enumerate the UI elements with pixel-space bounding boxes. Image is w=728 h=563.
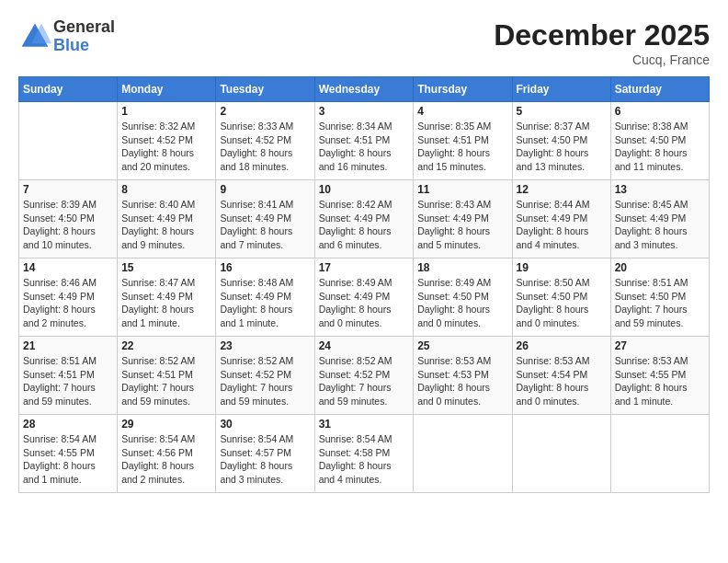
calendar-cell: 12Sunrise: 8:44 AM Sunset: 4:49 PM Dayli… <box>512 180 610 259</box>
day-number: 18 <box>417 261 507 274</box>
logo-blue: Blue <box>53 37 115 55</box>
day-info: Sunrise: 8:45 AM Sunset: 4:49 PM Dayligh… <box>615 198 705 252</box>
day-info: Sunrise: 8:35 AM Sunset: 4:51 PM Dayligh… <box>417 120 507 174</box>
calendar-cell: 11Sunrise: 8:43 AM Sunset: 4:49 PM Dayli… <box>414 180 512 259</box>
day-number: 9 <box>220 183 310 196</box>
day-info: Sunrise: 8:43 AM Sunset: 4:49 PM Dayligh… <box>417 198 507 252</box>
col-wednesday: Wednesday <box>314 77 414 102</box>
calendar: Sunday Monday Tuesday Wednesday Thursday… <box>18 76 710 493</box>
day-number: 7 <box>23 183 113 196</box>
col-saturday: Saturday <box>610 77 709 102</box>
day-number: 28 <box>23 418 113 431</box>
week-row-3: 14Sunrise: 8:46 AM Sunset: 4:49 PM Dayli… <box>19 259 710 337</box>
calendar-cell: 31Sunrise: 8:54 AM Sunset: 4:58 PM Dayli… <box>314 415 414 493</box>
day-number: 1 <box>121 105 211 118</box>
day-number: 14 <box>23 261 113 274</box>
calendar-cell: 23Sunrise: 8:52 AM Sunset: 4:52 PM Dayli… <box>216 337 314 415</box>
calendar-cell: 1Sunrise: 8:32 AM Sunset: 4:52 PM Daylig… <box>118 102 216 180</box>
calendar-cell: 17Sunrise: 8:49 AM Sunset: 4:49 PM Dayli… <box>314 259 414 337</box>
calendar-cell: 9Sunrise: 8:41 AM Sunset: 4:49 PM Daylig… <box>216 180 314 259</box>
day-number: 4 <box>417 105 507 118</box>
calendar-cell <box>414 415 512 493</box>
day-info: Sunrise: 8:37 AM Sunset: 4:50 PM Dayligh… <box>517 120 607 174</box>
calendar-cell <box>19 102 118 180</box>
day-info: Sunrise: 8:48 AM Sunset: 4:49 PM Dayligh… <box>220 276 310 330</box>
day-number: 10 <box>319 183 410 196</box>
col-thursday: Thursday <box>414 77 512 102</box>
logo: General Blue <box>18 18 115 55</box>
day-info: Sunrise: 8:46 AM Sunset: 4:49 PM Dayligh… <box>23 276 113 330</box>
calendar-cell: 4Sunrise: 8:35 AM Sunset: 4:51 PM Daylig… <box>414 102 512 180</box>
calendar-cell: 29Sunrise: 8:54 AM Sunset: 4:56 PM Dayli… <box>118 415 216 493</box>
header: General Blue December 2025 Cucq, France <box>18 18 710 67</box>
calendar-cell: 16Sunrise: 8:48 AM Sunset: 4:49 PM Dayli… <box>216 259 314 337</box>
col-monday: Monday <box>118 77 216 102</box>
calendar-cell: 26Sunrise: 8:53 AM Sunset: 4:54 PM Dayli… <box>512 337 610 415</box>
day-info: Sunrise: 8:52 AM Sunset: 4:51 PM Dayligh… <box>121 354 211 408</box>
day-info: Sunrise: 8:33 AM Sunset: 4:52 PM Dayligh… <box>220 120 310 174</box>
day-number: 12 <box>517 183 607 196</box>
day-number: 17 <box>319 261 410 274</box>
week-row-1: 1Sunrise: 8:32 AM Sunset: 4:52 PM Daylig… <box>19 102 710 180</box>
logo-icon <box>18 20 51 53</box>
day-info: Sunrise: 8:41 AM Sunset: 4:49 PM Dayligh… <box>220 198 310 252</box>
day-info: Sunrise: 8:49 AM Sunset: 4:50 PM Dayligh… <box>417 276 507 330</box>
calendar-cell: 18Sunrise: 8:49 AM Sunset: 4:50 PM Dayli… <box>414 259 512 337</box>
calendar-cell <box>610 415 709 493</box>
day-info: Sunrise: 8:51 AM Sunset: 4:50 PM Dayligh… <box>615 276 705 330</box>
day-number: 6 <box>615 105 705 118</box>
day-number: 2 <box>220 105 310 118</box>
calendar-cell: 13Sunrise: 8:45 AM Sunset: 4:49 PM Dayli… <box>610 180 709 259</box>
day-number: 20 <box>615 261 705 274</box>
calendar-cell: 10Sunrise: 8:42 AM Sunset: 4:49 PM Dayli… <box>314 180 414 259</box>
week-row-4: 21Sunrise: 8:51 AM Sunset: 4:51 PM Dayli… <box>19 337 710 415</box>
calendar-cell: 27Sunrise: 8:53 AM Sunset: 4:55 PM Dayli… <box>610 337 709 415</box>
calendar-cell: 30Sunrise: 8:54 AM Sunset: 4:57 PM Dayli… <box>216 415 314 493</box>
day-number: 22 <box>121 339 211 352</box>
day-info: Sunrise: 8:40 AM Sunset: 4:49 PM Dayligh… <box>121 198 211 252</box>
day-info: Sunrise: 8:54 AM Sunset: 4:56 PM Dayligh… <box>121 432 211 487</box>
day-info: Sunrise: 8:54 AM Sunset: 4:58 PM Dayligh… <box>319 432 410 487</box>
day-info: Sunrise: 8:49 AM Sunset: 4:49 PM Dayligh… <box>319 276 410 330</box>
day-info: Sunrise: 8:53 AM Sunset: 4:53 PM Dayligh… <box>417 354 507 408</box>
calendar-cell: 24Sunrise: 8:52 AM Sunset: 4:52 PM Dayli… <box>314 337 414 415</box>
day-info: Sunrise: 8:39 AM Sunset: 4:50 PM Dayligh… <box>23 198 113 252</box>
day-info: Sunrise: 8:50 AM Sunset: 4:50 PM Dayligh… <box>517 276 607 330</box>
calendar-cell: 7Sunrise: 8:39 AM Sunset: 4:50 PM Daylig… <box>19 180 118 259</box>
day-info: Sunrise: 8:52 AM Sunset: 4:52 PM Dayligh… <box>220 354 310 408</box>
day-info: Sunrise: 8:47 AM Sunset: 4:49 PM Dayligh… <box>121 276 211 330</box>
title-section: December 2025 Cucq, France <box>494 18 710 67</box>
day-info: Sunrise: 8:38 AM Sunset: 4:50 PM Dayligh… <box>615 120 705 174</box>
calendar-cell: 3Sunrise: 8:34 AM Sunset: 4:51 PM Daylig… <box>314 102 414 180</box>
day-number: 29 <box>121 418 211 431</box>
day-number: 3 <box>319 105 410 118</box>
calendar-cell <box>512 415 610 493</box>
day-info: Sunrise: 8:52 AM Sunset: 4:52 PM Dayligh… <box>319 354 410 408</box>
calendar-cell: 28Sunrise: 8:54 AM Sunset: 4:55 PM Dayli… <box>19 415 118 493</box>
day-number: 15 <box>121 261 211 274</box>
calendar-cell: 8Sunrise: 8:40 AM Sunset: 4:49 PM Daylig… <box>118 180 216 259</box>
calendar-cell: 2Sunrise: 8:33 AM Sunset: 4:52 PM Daylig… <box>216 102 314 180</box>
day-number: 31 <box>319 418 410 431</box>
day-number: 11 <box>417 183 507 196</box>
page: General Blue December 2025 Cucq, France … <box>0 0 728 563</box>
col-sunday: Sunday <box>19 77 118 102</box>
calendar-cell: 15Sunrise: 8:47 AM Sunset: 4:49 PM Dayli… <box>118 259 216 337</box>
calendar-cell: 5Sunrise: 8:37 AM Sunset: 4:50 PM Daylig… <box>512 102 610 180</box>
day-info: Sunrise: 8:34 AM Sunset: 4:51 PM Dayligh… <box>319 120 410 174</box>
day-number: 24 <box>319 339 410 352</box>
week-row-5: 28Sunrise: 8:54 AM Sunset: 4:55 PM Dayli… <box>19 415 710 493</box>
day-info: Sunrise: 8:42 AM Sunset: 4:49 PM Dayligh… <box>319 198 410 252</box>
day-number: 25 <box>417 339 507 352</box>
day-info: Sunrise: 8:51 AM Sunset: 4:51 PM Dayligh… <box>23 354 113 408</box>
calendar-header: Sunday Monday Tuesday Wednesday Thursday… <box>19 77 710 102</box>
day-number: 27 <box>615 339 705 352</box>
calendar-cell: 22Sunrise: 8:52 AM Sunset: 4:51 PM Dayli… <box>118 337 216 415</box>
calendar-cell: 25Sunrise: 8:53 AM Sunset: 4:53 PM Dayli… <box>414 337 512 415</box>
calendar-cell: 20Sunrise: 8:51 AM Sunset: 4:50 PM Dayli… <box>610 259 709 337</box>
week-row-2: 7Sunrise: 8:39 AM Sunset: 4:50 PM Daylig… <box>19 180 710 259</box>
day-info: Sunrise: 8:53 AM Sunset: 4:55 PM Dayligh… <box>615 354 705 408</box>
day-number: 30 <box>220 418 310 431</box>
day-info: Sunrise: 8:53 AM Sunset: 4:54 PM Dayligh… <box>517 354 607 408</box>
day-info: Sunrise: 8:32 AM Sunset: 4:52 PM Dayligh… <box>121 120 211 174</box>
